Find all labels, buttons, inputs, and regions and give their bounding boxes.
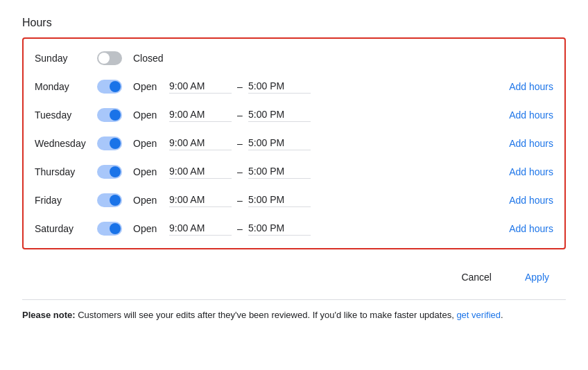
end-time[interactable]: 5:00 PM <box>248 221 311 236</box>
day-name: Thursday <box>35 166 97 177</box>
status-label: Open <box>133 81 169 92</box>
toggle-knob <box>110 138 121 149</box>
toggle-knob <box>110 81 121 92</box>
toggle-switch[interactable] <box>97 108 122 122</box>
toggle-switch[interactable] <box>97 193 122 207</box>
add-hours-link[interactable]: Add hours <box>509 81 553 92</box>
time-separator: – <box>232 109 248 121</box>
page-container: Hours SundayClosedMondayOpen9:00 AM–5:00… <box>0 0 588 339</box>
toggle-container[interactable] <box>97 80 133 94</box>
day-row: FridayOpen9:00 AM–5:00 PMAdd hours <box>35 186 553 214</box>
toggle-container[interactable] <box>97 193 133 207</box>
end-time[interactable]: 5:00 PM <box>248 164 311 179</box>
day-row: TuesdayOpen9:00 AM–5:00 PMAdd hours <box>35 100 553 129</box>
start-time[interactable]: 9:00 AM <box>169 107 232 122</box>
toggle-switch[interactable] <box>97 165 122 179</box>
footer-buttons: Cancel Apply <box>22 266 566 288</box>
note-prefix: Please note: <box>22 310 76 320</box>
time-separator: – <box>232 166 248 177</box>
start-time[interactable]: 9:00 AM <box>169 221 232 236</box>
time-separator: – <box>232 195 248 206</box>
day-name: Sunday <box>35 53 97 64</box>
toggle-switch[interactable] <box>97 51 122 65</box>
day-row: WednesdayOpen9:00 AM–5:00 PMAdd hours <box>35 129 553 157</box>
toggle-switch[interactable] <box>97 136 122 150</box>
toggle-knob <box>110 195 121 206</box>
cancel-button[interactable]: Cancel <box>450 266 503 288</box>
status-label: Open <box>133 195 169 206</box>
toggle-switch[interactable] <box>97 222 122 236</box>
toggle-knob <box>110 109 121 121</box>
start-time[interactable]: 9:00 AM <box>169 164 232 179</box>
day-row: SundayClosed <box>35 44 553 72</box>
add-hours-link[interactable]: Add hours <box>509 166 553 177</box>
day-row: ThursdayOpen9:00 AM–5:00 PMAdd hours <box>35 157 553 186</box>
status-label: Open <box>133 223 169 234</box>
day-row: MondayOpen9:00 AM–5:00 PMAdd hours <box>35 72 553 100</box>
end-time[interactable]: 5:00 PM <box>248 79 311 94</box>
apply-button[interactable]: Apply <box>514 266 560 288</box>
start-time[interactable]: 9:00 AM <box>169 136 232 150</box>
toggle-container[interactable] <box>97 136 133 150</box>
time-separator: – <box>232 81 248 92</box>
get-verified-link[interactable]: get verified <box>456 310 501 320</box>
status-label: Open <box>133 138 169 149</box>
note-bar: Please note: Customers will see your edi… <box>22 299 566 322</box>
add-hours-link[interactable]: Add hours <box>509 195 553 206</box>
day-name: Friday <box>35 195 97 206</box>
time-separator: – <box>232 223 248 234</box>
start-time[interactable]: 9:00 AM <box>169 79 232 94</box>
section-title: Hours <box>22 17 566 29</box>
note-suffix: . <box>501 310 503 320</box>
start-time[interactable]: 9:00 AM <box>169 193 232 207</box>
toggle-knob <box>110 223 121 234</box>
toggle-switch[interactable] <box>97 80 122 94</box>
status-label: Open <box>133 109 169 121</box>
add-hours-link[interactable]: Add hours <box>509 223 553 234</box>
day-name: Monday <box>35 81 97 92</box>
end-time[interactable]: 5:00 PM <box>248 193 311 207</box>
note-text: Customers will see your edits after they… <box>76 310 457 320</box>
toggle-container[interactable] <box>97 222 133 236</box>
toggle-container[interactable] <box>97 51 133 65</box>
toggle-knob <box>110 166 121 177</box>
day-name: Saturday <box>35 223 97 234</box>
toggle-container[interactable] <box>97 108 133 122</box>
day-name: Tuesday <box>35 109 97 121</box>
add-hours-link[interactable]: Add hours <box>509 138 553 149</box>
toggle-container[interactable] <box>97 165 133 179</box>
add-hours-link[interactable]: Add hours <box>509 109 553 121</box>
day-name: Wednesday <box>35 138 97 149</box>
status-label: Closed <box>133 53 169 64</box>
toggle-knob <box>98 53 110 64</box>
end-time[interactable]: 5:00 PM <box>248 107 311 122</box>
day-row: SaturdayOpen9:00 AM–5:00 PMAdd hours <box>35 214 553 243</box>
hours-box: SundayClosedMondayOpen9:00 AM–5:00 PMAdd… <box>22 37 566 249</box>
time-separator: – <box>232 138 248 149</box>
end-time[interactable]: 5:00 PM <box>248 136 311 150</box>
status-label: Open <box>133 166 169 177</box>
